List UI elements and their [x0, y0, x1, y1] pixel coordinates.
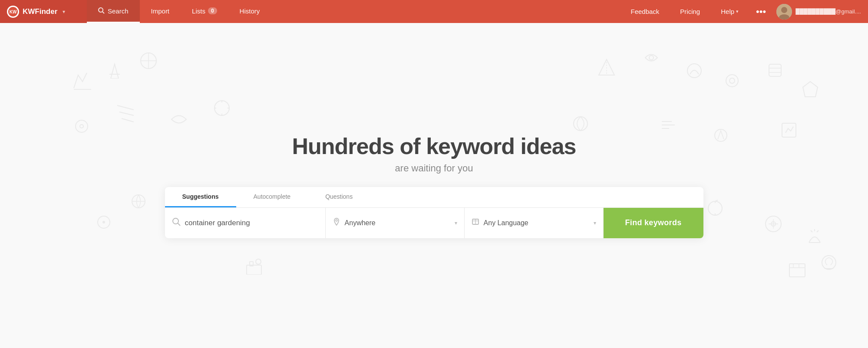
hero-section: Hundreds of keyword ideas are waiting fo…: [292, 133, 576, 174]
svg-text:KW: KW: [10, 10, 17, 14]
svg-point-71: [822, 256, 836, 269]
tab-autocomplete[interactable]: Autocomplete: [236, 187, 308, 207]
svg-line-14: [122, 118, 134, 122]
svg-line-65: [817, 230, 818, 232]
location-dropdown-icon: ▾: [455, 220, 457, 226]
lists-badge: 0: [208, 7, 217, 14]
location-value: Anywhere: [345, 219, 455, 227]
user-avatar[interactable]: [776, 4, 792, 20]
svg-line-66: [811, 230, 812, 232]
brand-icon: KW: [7, 6, 19, 18]
svg-point-49: [715, 129, 727, 141]
hero-title: Hundreds of keyword ideas: [292, 133, 576, 159]
find-keywords-button[interactable]: Find keywords: [604, 208, 703, 238]
svg-line-3: [102, 12, 104, 13]
svg-marker-7: [111, 64, 119, 79]
svg-point-45: [574, 117, 587, 131]
search-tabs: Suggestions Autocomplete Questions: [165, 187, 703, 208]
brand-chevron-icon: ▾: [63, 9, 65, 15]
language-icon: [472, 218, 479, 228]
hero-subtitle: are waiting for you: [292, 163, 576, 174]
svg-point-22: [132, 195, 145, 208]
svg-rect-33: [247, 265, 261, 275]
svg-point-55: [708, 201, 722, 215]
search-icon: [172, 217, 181, 228]
svg-point-17: [215, 101, 229, 115]
svg-point-40: [726, 75, 738, 87]
location-selector[interactable]: Anywhere ▾: [326, 208, 465, 238]
svg-point-62: [771, 222, 776, 226]
search-field-wrapper: [165, 208, 326, 238]
svg-point-38: [649, 56, 653, 60]
language-dropdown-icon: ▾: [594, 220, 596, 226]
svg-line-12: [117, 105, 134, 110]
brand-name: KWFinder: [23, 7, 57, 16]
navbar: KW KWFinder ▾ Search Import Lists 0 Hist…: [0, 0, 868, 23]
svg-point-41: [729, 78, 735, 83]
navbar-right: Feedback Pricing Help ▾ ••• ██████████@g…: [620, 0, 868, 23]
location-icon: [333, 218, 340, 228]
svg-point-15: [76, 120, 88, 132]
nav-import[interactable]: Import: [140, 0, 181, 23]
nav-pricing[interactable]: Pricing: [670, 0, 710, 23]
help-chevron-icon: ▾: [736, 9, 739, 14]
svg-point-2: [99, 8, 103, 12]
svg-rect-50: [782, 123, 796, 137]
nav-lists[interactable]: Lists 0: [181, 0, 228, 23]
svg-point-9: [141, 53, 156, 69]
svg-point-59: [766, 216, 781, 232]
svg-point-25: [102, 221, 105, 223]
language-selector[interactable]: Any Language ▾: [465, 208, 604, 238]
keyword-search-input[interactable]: [185, 219, 318, 227]
svg-point-75: [336, 220, 337, 221]
search-card: Suggestions Autocomplete Questions: [165, 187, 703, 238]
search-row: Anywhere ▾ Any Language ▾ Find keywords: [165, 208, 703, 238]
navbar-nav: Search Import Lists 0 History: [87, 0, 271, 23]
svg-point-5: [781, 7, 787, 13]
brand-logo-area[interactable]: KW KWFinder ▾: [0, 0, 87, 23]
svg-marker-36: [599, 59, 614, 75]
svg-rect-42: [769, 64, 781, 76]
svg-line-13: [119, 112, 134, 115]
tab-questions[interactable]: Questions: [308, 187, 370, 207]
nav-history[interactable]: History: [228, 0, 271, 23]
svg-rect-67: [789, 264, 805, 277]
tab-suggestions[interactable]: Suggestions: [165, 187, 236, 207]
main-content: Hundreds of keyword ideas are waiting fo…: [0, 23, 868, 348]
nav-feedback[interactable]: Feedback: [620, 0, 670, 23]
nav-search[interactable]: Search: [87, 0, 140, 23]
svg-point-35: [256, 259, 261, 264]
user-email: ██████████@gmail....: [795, 8, 861, 15]
svg-rect-34: [250, 262, 253, 266]
svg-point-16: [80, 125, 83, 128]
svg-point-24: [98, 216, 110, 228]
nav-help[interactable]: Help ▾: [710, 0, 749, 23]
svg-line-58: [715, 200, 718, 201]
language-value: Any Language: [484, 219, 594, 227]
svg-point-39: [687, 64, 701, 78]
svg-line-74: [178, 223, 180, 226]
more-options-button[interactable]: •••: [749, 0, 773, 23]
